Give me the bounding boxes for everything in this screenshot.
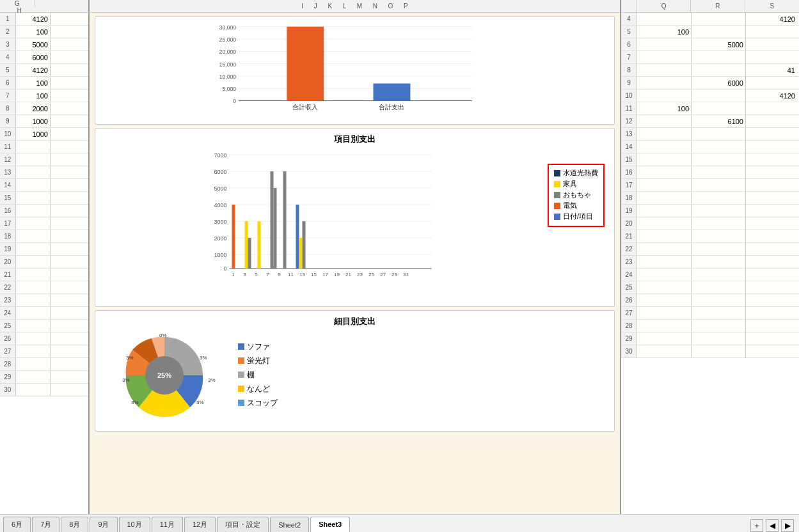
- cell-h-3[interactable]: [51, 38, 88, 51]
- cell-s-26[interactable]: [746, 294, 797, 306]
- cell-s-19[interactable]: [746, 205, 797, 217]
- tab-12[interactable]: 12月: [184, 517, 216, 532]
- cell-g-6[interactable]: 100: [16, 77, 51, 89]
- cell-q-6[interactable]: [637, 38, 692, 51]
- cell-g-13[interactable]: [16, 166, 51, 178]
- cell-r-9[interactable]: 6000: [692, 77, 746, 89]
- cell-r-10[interactable]: [692, 90, 746, 102]
- cell-q-12[interactable]: [637, 115, 692, 127]
- cell-g-23[interactable]: [16, 294, 51, 306]
- tab-11[interactable]: 11月: [152, 517, 183, 532]
- cell-s-12[interactable]: [746, 115, 797, 127]
- cell-q-29[interactable]: [637, 332, 692, 345]
- cell-h-12[interactable]: [51, 153, 88, 166]
- cell-h-24[interactable]: [51, 307, 88, 319]
- cell-g-22[interactable]: [16, 281, 51, 293]
- cell-q-23[interactable]: [637, 256, 692, 268]
- cell-q-24[interactable]: [637, 269, 692, 281]
- cell-h-10[interactable]: [51, 128, 88, 140]
- cell-q-14[interactable]: [637, 141, 692, 153]
- add-sheet-button[interactable]: ＋: [750, 519, 763, 532]
- cell-h-8[interactable]: [51, 102, 88, 114]
- tab-9[interactable]: 9月: [90, 517, 117, 532]
- cell-r-18[interactable]: [692, 192, 746, 204]
- cell-g-29[interactable]: [16, 371, 51, 383]
- cell-s-9[interactable]: [746, 77, 797, 89]
- cell-h-9[interactable]: [51, 115, 88, 127]
- cell-s-4[interactable]: 4120: [746, 13, 797, 25]
- cell-q-28[interactable]: [637, 320, 692, 332]
- cell-r-12[interactable]: 6100: [692, 115, 746, 127]
- cell-h-30[interactable]: [51, 384, 88, 396]
- cell-s-23[interactable]: [746, 256, 797, 268]
- cell-h-26[interactable]: [51, 332, 88, 345]
- cell-q-15[interactable]: [637, 153, 692, 166]
- cell-q-17[interactable]: [637, 179, 692, 191]
- cell-s-28[interactable]: [746, 320, 797, 332]
- cell-g-26[interactable]: [16, 332, 51, 345]
- cell-g-20[interactable]: [16, 256, 51, 268]
- cell-h-20[interactable]: [51, 256, 88, 268]
- cell-g-3[interactable]: 5000: [16, 38, 51, 51]
- cell-g-4[interactable]: 6000: [16, 51, 51, 63]
- cell-r-4[interactable]: [692, 13, 746, 25]
- cell-g-21[interactable]: [16, 269, 51, 281]
- cell-r-6[interactable]: 5000: [692, 38, 746, 51]
- cell-h-16[interactable]: [51, 205, 88, 217]
- cell-g-8[interactable]: 2000: [16, 102, 51, 114]
- cell-s-6[interactable]: [746, 38, 797, 51]
- cell-g-25[interactable]: [16, 320, 51, 332]
- cell-s-16[interactable]: [746, 166, 797, 178]
- cell-h-19[interactable]: [51, 243, 88, 255]
- cell-r-21[interactable]: [692, 230, 746, 242]
- cell-g-10[interactable]: 1000: [16, 128, 51, 140]
- cell-r-27[interactable]: [692, 307, 746, 319]
- cell-s-30[interactable]: [746, 345, 797, 357]
- cell-r-24[interactable]: [692, 269, 746, 281]
- cell-g-11[interactable]: [16, 141, 51, 153]
- cell-h-4[interactable]: [51, 51, 88, 63]
- cell-r-17[interactable]: [692, 179, 746, 191]
- cell-r-16[interactable]: [692, 166, 746, 178]
- cell-g-5[interactable]: 4120: [16, 64, 51, 76]
- cell-s-14[interactable]: [746, 141, 797, 153]
- cell-r-19[interactable]: [692, 205, 746, 217]
- cell-q-20[interactable]: [637, 217, 692, 230]
- cell-g-24[interactable]: [16, 307, 51, 319]
- tab-10[interactable]: 10月: [119, 517, 150, 532]
- cell-g-9[interactable]: 1000: [16, 115, 51, 127]
- cell-q-18[interactable]: [637, 192, 692, 204]
- cell-q-11[interactable]: 100: [637, 102, 692, 114]
- tab-8[interactable]: 8月: [61, 517, 88, 532]
- cell-s-17[interactable]: [746, 179, 797, 191]
- cell-r-14[interactable]: [692, 141, 746, 153]
- cell-r-29[interactable]: [692, 332, 746, 345]
- cell-q-13[interactable]: [637, 128, 692, 140]
- cell-g-2[interactable]: 100: [16, 26, 51, 38]
- cell-s-13[interactable]: [746, 128, 797, 140]
- cell-r-25[interactable]: [692, 281, 746, 293]
- cell-h-15[interactable]: [51, 192, 88, 204]
- cell-s-24[interactable]: [746, 269, 797, 281]
- cell-h-2[interactable]: [51, 26, 88, 38]
- cell-q-30[interactable]: [637, 345, 692, 357]
- cell-s-5[interactable]: [746, 26, 797, 38]
- cell-h-27[interactable]: [51, 345, 88, 357]
- cell-r-11[interactable]: [692, 102, 746, 114]
- cell-h-25[interactable]: [51, 320, 88, 332]
- cell-g-18[interactable]: [16, 230, 51, 242]
- cell-q-27[interactable]: [637, 307, 692, 319]
- cell-g-1[interactable]: 4120: [16, 13, 51, 25]
- cell-h-29[interactable]: [51, 371, 88, 383]
- cell-h-18[interactable]: [51, 230, 88, 242]
- cell-h-13[interactable]: [51, 166, 88, 178]
- cell-g-28[interactable]: [16, 358, 51, 370]
- cell-s-20[interactable]: [746, 217, 797, 230]
- cell-s-25[interactable]: [746, 281, 797, 293]
- cell-r-13[interactable]: [692, 128, 746, 140]
- cell-h-11[interactable]: [51, 141, 88, 153]
- cell-s-10[interactable]: 4120: [746, 90, 797, 102]
- cell-s-7[interactable]: [746, 51, 797, 63]
- cell-g-16[interactable]: [16, 205, 51, 217]
- cell-h-1[interactable]: [51, 13, 88, 25]
